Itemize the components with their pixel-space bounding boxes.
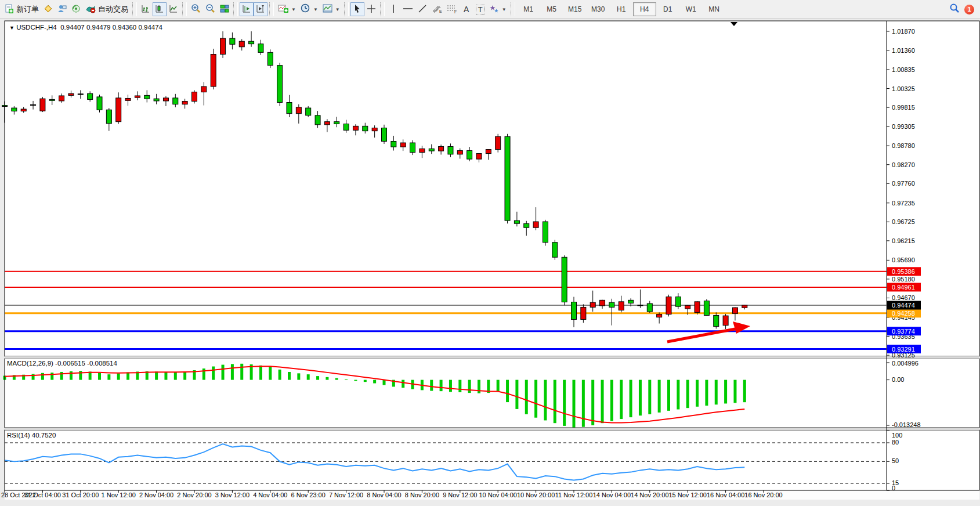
candle [267, 52, 273, 65]
macd-histogram-bar [212, 367, 215, 380]
candle [31, 104, 36, 105]
candle [40, 99, 45, 111]
candle [287, 102, 292, 113]
macd-histogram-bar [733, 380, 736, 403]
macd-histogram-bar [164, 372, 167, 380]
macd-histogram-bar [677, 380, 679, 410]
chart-area[interactable]: 1.018701.013601.008351.003250.998150.993… [0, 0, 980, 506]
macd-histogram-bar [354, 380, 357, 381]
time-label: 7 Nov 12:00 [329, 491, 363, 498]
macd-histogram-bar [326, 377, 328, 380]
macd-histogram-bar [468, 380, 471, 393]
time-axis[interactable]: 28 Oct 202231 Oct 04:0031 Oct 20:001 Nov… [1, 490, 783, 498]
candle [533, 222, 538, 227]
candle [476, 154, 482, 160]
candle [439, 146, 444, 151]
macd-histogram-bar [639, 380, 642, 416]
macd-histogram-bar [402, 380, 404, 388]
macd-histogram-bar [279, 370, 281, 380]
macd-histogram-bar [573, 380, 576, 428]
price-tick-label: 1.01870 [892, 28, 915, 35]
candle [334, 122, 339, 124]
candle [448, 146, 453, 154]
macd-histogram-bar [620, 380, 623, 419]
candle [695, 302, 700, 313]
price-tick-label: 0.96725 [892, 218, 915, 225]
candle [600, 300, 605, 306]
candle [675, 297, 681, 307]
candle [125, 98, 131, 100]
macd-histogram-bar [117, 373, 120, 380]
macd-histogram-bar [686, 380, 689, 409]
macd-histogram-bar [563, 380, 566, 426]
time-label: 11 Nov 12:00 [555, 491, 593, 498]
candle [562, 257, 567, 302]
macd-histogram-bar [107, 374, 110, 380]
macd-histogram-bar [610, 380, 613, 421]
price-tick-label: 0.97760 [892, 180, 915, 187]
rsi-axis-label: 50 [892, 457, 899, 464]
candle [182, 102, 187, 104]
price-tick-label: 1.00325 [892, 85, 915, 92]
hline-price-label: 0.93774 [892, 328, 915, 335]
time-label: 10 Nov 04:00 [479, 491, 516, 498]
macd-histogram-bar [174, 373, 177, 380]
candle [97, 97, 102, 110]
candle [581, 307, 586, 319]
candle [315, 115, 320, 125]
current-price-label: 0.94474 [892, 302, 915, 309]
candle [723, 316, 728, 326]
macd-histogram-bar [544, 380, 547, 421]
macd-histogram-bar [70, 371, 73, 380]
chart-title: ▼ USDCHF-,H4 0.94407 0.94479 0.94360 0.9… [9, 24, 162, 31]
time-label: 14 Nov 04:00 [593, 491, 631, 498]
candle [590, 302, 595, 307]
candle [239, 41, 244, 47]
hline-price-label: 0.93291 [892, 346, 915, 353]
candle [220, 38, 226, 54]
panel-splitter[interactable] [5, 428, 979, 430]
time-label: 16 Nov 20:00 [744, 491, 782, 498]
macd-axis-label: 0.004996 [892, 360, 918, 367]
panel-splitter[interactable] [5, 356, 979, 359]
macd-histogram-bar [297, 373, 300, 380]
price-tick-label: 0.98780 [892, 142, 915, 149]
macd-histogram-bar [373, 380, 376, 384]
candle [12, 108, 17, 111]
candle [704, 301, 709, 316]
macd-axis-label: 0.00 [892, 376, 904, 383]
candle [343, 124, 349, 131]
candle [59, 96, 64, 101]
macd-histogram-bar [440, 380, 443, 392]
candle [116, 98, 121, 122]
candle [609, 302, 614, 307]
macd-histogram-bar [534, 380, 537, 418]
candle [201, 86, 207, 92]
time-label: 4 Nov 04:00 [253, 491, 287, 498]
candle [505, 136, 510, 221]
macd-histogram-bar [126, 373, 129, 380]
price-tick-label: 0.95690 [892, 256, 915, 263]
rsi-axis-label: 100 [892, 432, 902, 439]
candle [211, 55, 216, 87]
candle [277, 66, 283, 103]
candle [353, 126, 358, 130]
chart-symbol-period: USDCHF-,H4 [16, 24, 57, 31]
macd-histogram-bar [98, 373, 101, 380]
candle [420, 149, 425, 152]
candle [135, 96, 140, 97]
macd-histogram-bar [601, 380, 604, 424]
symbol-dropdown-icon[interactable]: ▼ [9, 25, 15, 31]
price-tick-label: 0.95180 [892, 276, 915, 283]
candle [410, 143, 415, 153]
macd-histogram-bar [705, 380, 708, 406]
time-label: 14 Nov 20:00 [631, 491, 668, 498]
candle [306, 108, 311, 115]
macd-histogram-bar [307, 374, 310, 380]
candle [429, 149, 434, 151]
candle [68, 93, 74, 95]
macd-histogram-bar [743, 380, 746, 403]
time-label: 31 Oct 20:00 [62, 491, 99, 498]
macd-histogram-bar [591, 380, 594, 425]
candle [486, 150, 491, 154]
